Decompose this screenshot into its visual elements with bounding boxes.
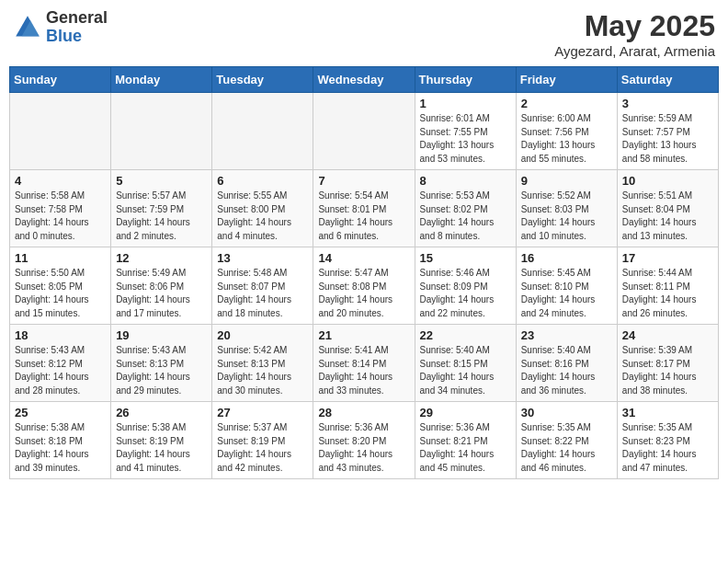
calendar-day-cell (313, 93, 415, 170)
day-number: 28 (318, 406, 409, 419)
day-info: Sunrise: 5:39 AM Sunset: 8:17 PM Dayligh… (622, 344, 713, 397)
calendar-week-row: 1Sunrise: 6:01 AM Sunset: 7:55 PM Daylig… (10, 93, 719, 170)
calendar-day-cell: 2Sunrise: 6:00 AM Sunset: 7:56 PM Daylig… (516, 93, 617, 170)
day-number: 14 (318, 251, 409, 265)
day-info: Sunrise: 6:00 AM Sunset: 7:56 PM Dayligh… (521, 112, 612, 166)
weekday-header-saturday: Saturday (617, 67, 718, 93)
calendar-day-cell (10, 93, 111, 170)
day-number: 17 (622, 251, 713, 265)
calendar-day-cell: 10Sunrise: 5:51 AM Sunset: 8:04 PM Dayli… (617, 170, 718, 247)
logo: General Blue (13, 9, 108, 46)
calendar-day-cell: 8Sunrise: 5:53 AM Sunset: 8:02 PM Daylig… (415, 170, 516, 247)
day-info: Sunrise: 5:47 AM Sunset: 8:08 PM Dayligh… (318, 267, 409, 320)
day-number: 1 (420, 97, 511, 110)
day-info: Sunrise: 5:59 AM Sunset: 7:57 PM Dayligh… (622, 112, 713, 166)
day-number: 7 (318, 174, 409, 188)
calendar-day-cell: 27Sunrise: 5:37 AM Sunset: 8:19 PM Dayli… (212, 402, 313, 479)
calendar-day-cell: 23Sunrise: 5:40 AM Sunset: 8:16 PM Dayli… (516, 325, 617, 402)
calendar-day-cell: 5Sunrise: 5:57 AM Sunset: 7:59 PM Daylig… (111, 170, 212, 247)
day-number: 12 (116, 251, 207, 265)
calendar-day-cell: 15Sunrise: 5:46 AM Sunset: 8:09 PM Dayli… (415, 247, 516, 325)
calendar-title: May 2025 (554, 9, 715, 43)
day-info: Sunrise: 5:57 AM Sunset: 7:59 PM Dayligh… (116, 190, 207, 243)
day-number: 2 (521, 97, 612, 110)
day-number: 18 (15, 328, 106, 342)
calendar-week-row: 11Sunrise: 5:50 AM Sunset: 8:05 PM Dayli… (10, 247, 719, 325)
day-info: Sunrise: 5:45 AM Sunset: 8:10 PM Dayligh… (521, 267, 612, 320)
day-number: 10 (622, 174, 713, 188)
calendar-day-cell (111, 93, 212, 170)
calendar-day-cell: 22Sunrise: 5:40 AM Sunset: 8:15 PM Dayli… (415, 325, 516, 402)
day-info: Sunrise: 5:55 AM Sunset: 8:00 PM Dayligh… (217, 190, 308, 243)
day-info: Sunrise: 5:40 AM Sunset: 8:15 PM Dayligh… (420, 344, 511, 397)
day-info: Sunrise: 5:42 AM Sunset: 8:13 PM Dayligh… (217, 344, 308, 397)
calendar-day-cell: 30Sunrise: 5:35 AM Sunset: 8:22 PM Dayli… (516, 402, 617, 479)
day-info: Sunrise: 5:35 AM Sunset: 8:23 PM Dayligh… (622, 421, 713, 475)
calendar-day-cell (212, 93, 313, 170)
calendar-day-cell: 24Sunrise: 5:39 AM Sunset: 8:17 PM Dayli… (617, 325, 718, 402)
weekday-header-wednesday: Wednesday (313, 67, 415, 93)
day-info: Sunrise: 5:35 AM Sunset: 8:22 PM Dayligh… (521, 421, 612, 475)
day-number: 22 (420, 328, 511, 342)
page-header: General Blue May 2025 Aygezard, Ararat, … (9, 9, 719, 59)
calendar-day-cell: 20Sunrise: 5:42 AM Sunset: 8:13 PM Dayli… (212, 325, 313, 402)
day-number: 6 (217, 174, 308, 188)
weekday-header-friday: Friday (516, 67, 617, 93)
day-number: 9 (521, 174, 612, 188)
day-number: 11 (15, 251, 106, 265)
day-number: 16 (521, 251, 612, 265)
logo-blue: Blue (46, 28, 108, 46)
day-info: Sunrise: 5:37 AM Sunset: 8:19 PM Dayligh… (217, 421, 308, 475)
day-number: 25 (15, 406, 106, 419)
calendar-week-row: 4Sunrise: 5:58 AM Sunset: 7:58 PM Daylig… (10, 170, 719, 247)
calendar-day-cell: 18Sunrise: 5:43 AM Sunset: 8:12 PM Dayli… (10, 325, 111, 402)
day-number: 26 (116, 406, 207, 419)
calendar-day-cell: 7Sunrise: 5:54 AM Sunset: 8:01 PM Daylig… (313, 170, 415, 247)
day-number: 20 (217, 328, 308, 342)
calendar-table: SundayMondayTuesdayWednesdayThursdayFrid… (9, 66, 719, 479)
day-number: 29 (420, 406, 511, 419)
day-info: Sunrise: 5:52 AM Sunset: 8:03 PM Dayligh… (521, 190, 612, 243)
weekday-header-row: SundayMondayTuesdayWednesdayThursdayFrid… (10, 67, 719, 93)
day-number: 31 (622, 406, 713, 419)
calendar-day-cell: 25Sunrise: 5:38 AM Sunset: 8:18 PM Dayli… (10, 402, 111, 479)
day-info: Sunrise: 5:44 AM Sunset: 8:11 PM Dayligh… (622, 267, 713, 320)
calendar-day-cell: 26Sunrise: 5:38 AM Sunset: 8:19 PM Dayli… (111, 402, 212, 479)
day-number: 21 (318, 328, 409, 342)
day-number: 4 (15, 174, 106, 188)
day-info: Sunrise: 6:01 AM Sunset: 7:55 PM Dayligh… (420, 112, 511, 166)
calendar-day-cell: 13Sunrise: 5:48 AM Sunset: 8:07 PM Dayli… (212, 247, 313, 325)
calendar-day-cell: 16Sunrise: 5:45 AM Sunset: 8:10 PM Dayli… (516, 247, 617, 325)
calendar-day-cell: 19Sunrise: 5:43 AM Sunset: 8:13 PM Dayli… (111, 325, 212, 402)
day-number: 24 (622, 328, 713, 342)
day-number: 15 (420, 251, 511, 265)
day-info: Sunrise: 5:38 AM Sunset: 8:19 PM Dayligh… (116, 421, 207, 475)
calendar-day-cell: 11Sunrise: 5:50 AM Sunset: 8:05 PM Dayli… (10, 247, 111, 325)
calendar-day-cell: 1Sunrise: 6:01 AM Sunset: 7:55 PM Daylig… (415, 93, 516, 170)
day-info: Sunrise: 5:53 AM Sunset: 8:02 PM Dayligh… (420, 190, 511, 243)
calendar-day-cell: 28Sunrise: 5:36 AM Sunset: 8:20 PM Dayli… (313, 402, 415, 479)
day-info: Sunrise: 5:49 AM Sunset: 8:06 PM Dayligh… (116, 267, 207, 320)
day-info: Sunrise: 5:46 AM Sunset: 8:09 PM Dayligh… (420, 267, 511, 320)
calendar-day-cell: 3Sunrise: 5:59 AM Sunset: 7:57 PM Daylig… (617, 93, 718, 170)
calendar-week-row: 18Sunrise: 5:43 AM Sunset: 8:12 PM Dayli… (10, 325, 719, 402)
logo-text: General Blue (46, 9, 108, 46)
weekday-header-monday: Monday (111, 67, 212, 93)
day-number: 3 (622, 97, 713, 110)
weekday-header-sunday: Sunday (10, 67, 111, 93)
calendar-day-cell: 9Sunrise: 5:52 AM Sunset: 8:03 PM Daylig… (516, 170, 617, 247)
calendar-day-cell: 14Sunrise: 5:47 AM Sunset: 8:08 PM Dayli… (313, 247, 415, 325)
calendar-day-cell: 6Sunrise: 5:55 AM Sunset: 8:00 PM Daylig… (212, 170, 313, 247)
day-number: 5 (116, 174, 207, 188)
day-info: Sunrise: 5:43 AM Sunset: 8:12 PM Dayligh… (15, 344, 106, 397)
logo-icon (13, 13, 42, 42)
day-info: Sunrise: 5:41 AM Sunset: 8:14 PM Dayligh… (318, 344, 409, 397)
calendar-day-cell: 29Sunrise: 5:36 AM Sunset: 8:21 PM Dayli… (415, 402, 516, 479)
day-number: 23 (521, 328, 612, 342)
day-number: 8 (420, 174, 511, 188)
day-info: Sunrise: 5:50 AM Sunset: 8:05 PM Dayligh… (15, 267, 106, 320)
calendar-day-cell: 12Sunrise: 5:49 AM Sunset: 8:06 PM Dayli… (111, 247, 212, 325)
calendar-location: Aygezard, Ararat, Armenia (554, 43, 715, 59)
day-info: Sunrise: 5:38 AM Sunset: 8:18 PM Dayligh… (15, 421, 106, 475)
title-block: May 2025 Aygezard, Ararat, Armenia (554, 9, 715, 59)
